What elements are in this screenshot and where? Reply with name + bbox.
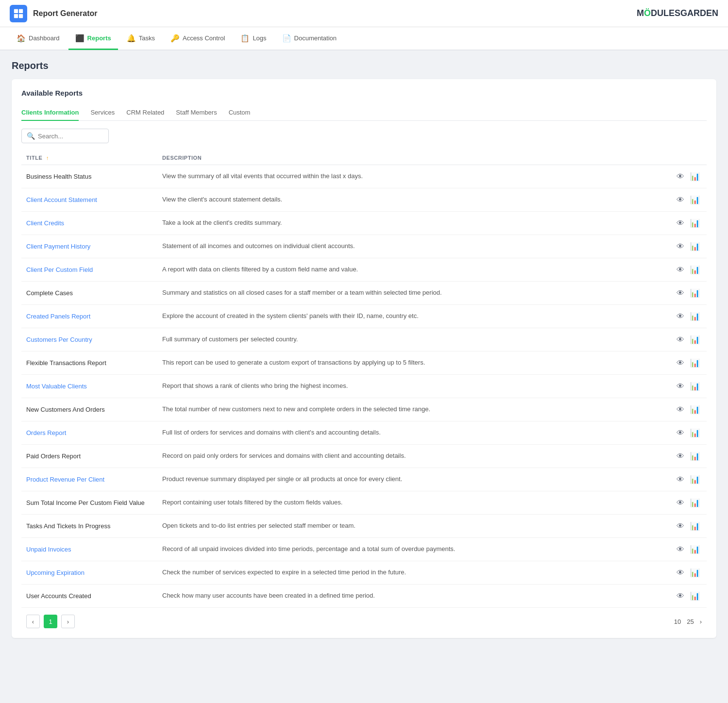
generate-report-button[interactable]: 📊 (688, 334, 702, 345)
report-title-link[interactable]: Most Valuable Clients (26, 383, 87, 390)
nav-item-access-control[interactable]: 🔑 Access Control (164, 28, 232, 50)
report-actions: 👁📊 (668, 585, 707, 608)
view-report-button[interactable]: 👁 (675, 195, 686, 205)
report-title-link[interactable]: Orders Report (26, 429, 66, 436)
view-report-button[interactable]: 👁 (675, 451, 686, 462)
generate-report-button[interactable]: 📊 (688, 218, 702, 229)
tab-staff-members[interactable]: Staff Members (176, 105, 217, 121)
view-report-button[interactable]: 👁 (675, 521, 686, 532)
report-title-link[interactable]: Client Credits (26, 219, 64, 227)
report-description: Full list of orders for services and dom… (157, 421, 668, 445)
report-actions: 👁📊 (668, 445, 707, 468)
report-actions: 👁📊 (668, 352, 707, 375)
generate-report-button[interactable]: 📊 (688, 171, 702, 182)
generate-report-button[interactable]: 📊 (688, 381, 702, 392)
nav-label-logs: Logs (253, 34, 266, 42)
report-title: New Customers And Orders (26, 406, 105, 413)
view-report-button[interactable]: 👁 (675, 428, 686, 438)
report-title-link[interactable]: Customers Per Country (26, 336, 92, 343)
table-row: Complete CasesSummary and statistics on … (21, 282, 707, 305)
view-report-button[interactable]: 👁 (675, 218, 686, 229)
table-row: Upcoming ExpirationCheck the number of s… (21, 561, 707, 585)
search-input[interactable] (38, 133, 103, 140)
report-description: This report can be used to generate a cu… (157, 352, 668, 375)
report-title: Complete Cases (26, 289, 73, 297)
generate-report-button[interactable]: 📊 (688, 194, 702, 205)
tab-clients-information[interactable]: Clients Information (21, 105, 79, 121)
view-report-button[interactable]: 👁 (675, 381, 686, 392)
generate-report-button[interactable]: 📊 (688, 497, 702, 508)
report-description: Check how many user accounts have been c… (157, 585, 668, 608)
report-title-link[interactable]: Created Panels Report (26, 313, 90, 320)
report-actions: 👁📊 (668, 258, 707, 282)
view-report-button[interactable]: 👁 (675, 241, 686, 252)
generate-report-button[interactable]: 📊 (688, 427, 702, 438)
report-actions: 👁📊 (668, 235, 707, 258)
page-content: Reports Available Reports Clients Inform… (0, 50, 728, 648)
tab-custom[interactable]: Custom (229, 105, 251, 121)
generate-report-button[interactable]: 📊 (688, 520, 702, 532)
nav-item-tasks[interactable]: 🔔 Tasks (120, 28, 162, 50)
view-report-button[interactable]: 👁 (675, 171, 686, 182)
table-row: Customers Per CountryFull summary of cus… (21, 328, 707, 352)
table-row: Client Payment HistoryStatement of all i… (21, 235, 707, 258)
nav-label-reports: Reports (87, 34, 111, 42)
report-title-link[interactable]: Client Account Statement (26, 196, 97, 203)
page-1-button[interactable]: 1 (44, 615, 57, 628)
view-report-button[interactable]: 👁 (675, 265, 686, 275)
tab-services[interactable]: Services (90, 105, 115, 121)
report-title-link[interactable]: Client Payment History (26, 243, 90, 250)
app-title: Report Generator (33, 9, 97, 18)
report-title: Flexible Transactions Report (26, 359, 106, 367)
table-row: Client Account StatementView the client'… (21, 188, 707, 212)
report-description: Open tickets and to-do list entries per … (157, 515, 668, 538)
nav-item-dashboard[interactable]: 🏠 Dashboard (10, 28, 67, 50)
view-report-button[interactable]: 👁 (675, 404, 686, 415)
nav-item-reports[interactable]: ⬛ Reports (68, 28, 118, 50)
generate-report-button[interactable]: 📊 (688, 311, 702, 322)
tab-crm-related[interactable]: CRM Related (126, 105, 164, 121)
logo: MÖDULESGARDEN (637, 8, 718, 18)
report-description: Report that shows a rank of clients who … (157, 375, 668, 398)
view-report-button[interactable]: 👁 (675, 474, 686, 485)
generate-report-button[interactable]: 📊 (688, 287, 702, 299)
view-report-button[interactable]: 👁 (675, 358, 686, 368)
view-report-button[interactable]: 👁 (675, 591, 686, 602)
generate-report-button[interactable]: 📊 (688, 404, 702, 415)
table-row: Paid Orders ReportRecord on paid only or… (21, 445, 707, 468)
report-description: Record of all unpaid invoices divided in… (157, 538, 668, 561)
table-row: User Accounts CreatedCheck how many user… (21, 585, 707, 608)
generate-report-button[interactable]: 📊 (688, 544, 702, 555)
svg-rect-2 (14, 14, 18, 17)
generate-report-button[interactable]: 📊 (688, 264, 702, 275)
generate-report-button[interactable]: 📊 (688, 241, 702, 252)
reports-card: Available Reports Clients Information Se… (12, 79, 716, 638)
report-title-link[interactable]: Upcoming Expiration (26, 569, 85, 576)
view-report-button[interactable]: 👁 (675, 288, 686, 299)
page-title: Reports (12, 60, 716, 71)
svg-rect-0 (14, 9, 18, 13)
table-row: Client CreditsTake a look at the client'… (21, 212, 707, 235)
generate-report-button[interactable]: 📊 (688, 590, 702, 602)
report-title-link[interactable]: Product Revenue Per Client (26, 476, 104, 483)
svg-rect-1 (19, 9, 23, 13)
next-page-button[interactable]: › (61, 615, 75, 628)
view-report-button[interactable]: 👁 (675, 568, 686, 578)
nav-item-logs[interactable]: 📋 Logs (234, 28, 273, 50)
per-page-more: › (700, 618, 702, 625)
table-row: Client Per Custom FieldA report with dat… (21, 258, 707, 282)
report-title-link[interactable]: Unpaid Invoices (26, 546, 71, 553)
view-report-button[interactable]: 👁 (675, 544, 686, 555)
search-wrap: 🔍 (21, 129, 109, 143)
view-report-button[interactable]: 👁 (675, 311, 686, 322)
view-report-button[interactable]: 👁 (675, 335, 686, 345)
report-title-link[interactable]: Client Per Custom Field (26, 266, 93, 273)
nav-item-documentation[interactable]: 📄 Documentation (275, 28, 343, 50)
generate-report-button[interactable]: 📊 (688, 567, 702, 578)
generate-report-button[interactable]: 📊 (688, 357, 702, 368)
report-title: Tasks And Tickets In Progress (26, 522, 110, 530)
generate-report-button[interactable]: 📊 (688, 451, 702, 462)
prev-page-button[interactable]: ‹ (26, 615, 40, 628)
generate-report-button[interactable]: 📊 (688, 474, 702, 485)
view-report-button[interactable]: 👁 (675, 498, 686, 508)
